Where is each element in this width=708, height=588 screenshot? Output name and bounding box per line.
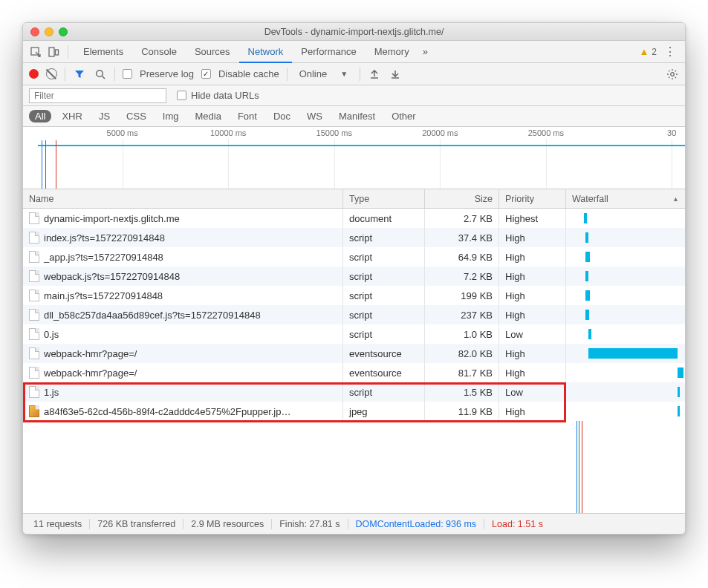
main-tabs: Elements Console Sources Network Perform… [23, 41, 685, 63]
chip-js[interactable]: JS [93, 110, 116, 122]
throttling-select[interactable]: Online ▼ [295, 68, 352, 79]
table-row[interactable]: index.js?ts=1572270914848script37.4 KBHi… [23, 228, 685, 247]
window-close-button[interactable] [30, 27, 39, 36]
timeline-overview[interactable]: 5000 ms10000 ms15000 ms20000 ms25000 ms3… [23, 127, 685, 189]
titlebar: DevTools - dynamic-import-nextjs.glitch.… [23, 23, 685, 41]
table-row[interactable]: 0.jsscript1.0 KBLow [23, 324, 685, 344]
waterfall-bar [588, 348, 678, 359]
file-icon [29, 347, 39, 359]
record-button[interactable] [29, 69, 39, 79]
chip-ws[interactable]: WS [301, 110, 328, 122]
device-toggle-icon[interactable] [47, 45, 60, 59]
request-type: document [343, 209, 425, 228]
request-type: script [343, 267, 425, 286]
status-finish: Finish: 27.81 s [272, 519, 348, 529]
table-row[interactable]: main.js?ts=1572270914848script199 KBHigh [23, 286, 685, 305]
chip-font[interactable]: Font [232, 110, 263, 122]
col-header-priority[interactable]: Priority [499, 189, 566, 208]
preserve-log-label: Preserve log [140, 68, 194, 79]
dropdown-icon: ▼ [340, 70, 348, 78]
network-table: Name Type Size Priority Waterfall ▲ dyna… [23, 189, 685, 513]
import-har-icon[interactable] [368, 68, 381, 81]
tab-sources[interactable]: Sources [186, 41, 239, 62]
filter-toggle-icon[interactable] [73, 68, 86, 81]
request-type: script [343, 305, 425, 324]
filter-input[interactable] [29, 88, 166, 103]
tab-console[interactable]: Console [132, 41, 186, 62]
preserve-log-checkbox[interactable] [123, 69, 132, 79]
request-size: 237 KB [425, 305, 499, 324]
table-row[interactable]: webpack.js?ts=1572270914848script7.2 KBH… [23, 267, 685, 286]
waterfall-bar [678, 387, 680, 397]
col-header-waterfall[interactable]: Waterfall ▲ [566, 189, 685, 208]
chip-other[interactable]: Other [386, 110, 422, 122]
status-dcl: DOMContentLoaded: 936 ms [348, 519, 485, 529]
clear-button[interactable] [46, 68, 57, 79]
chip-css[interactable]: CSS [120, 110, 152, 122]
devtools-window: DevTools - dynamic-import-nextjs.glitch.… [22, 22, 686, 535]
image-file-icon [29, 405, 39, 417]
request-priority: Low [499, 324, 566, 344]
request-type: eventsource [343, 344, 425, 363]
table-row[interactable]: webpack-hmr?page=/eventsource82.0 KBHigh [23, 344, 685, 363]
request-name: 0.js [44, 329, 59, 340]
table-row[interactable]: webpack-hmr?page=/eventsource81.7 KBHigh [23, 363, 685, 382]
request-type: script [343, 247, 425, 267]
dcl-marker [42, 140, 42, 189]
waterfall-bar [588, 329, 591, 339]
first-marker [45, 140, 46, 189]
status-transferred: 726 KB transferred [90, 519, 184, 529]
table-row[interactable]: _app.js?ts=1572270914848script64.9 KBHig… [23, 247, 685, 267]
search-icon[interactable] [94, 68, 107, 81]
chip-doc[interactable]: Doc [267, 110, 296, 122]
request-priority: Highest [499, 209, 566, 228]
tab-memory[interactable]: Memory [366, 41, 418, 62]
col-header-name[interactable]: Name [23, 189, 343, 208]
timeline-tick: 25000 ms [528, 128, 564, 137]
timeline-tick: 30 [667, 128, 676, 137]
table-row[interactable]: dynamic-import-nextjs.glitch.medocument2… [23, 209, 685, 228]
tab-network[interactable]: Network [239, 42, 293, 63]
file-icon [29, 386, 39, 398]
request-size: 64.9 KB [425, 247, 499, 267]
timeline-tick: 15000 ms [316, 128, 352, 137]
window-maximize-button[interactable] [59, 27, 68, 36]
request-type: eventsource [343, 363, 425, 382]
warning-badge[interactable]: ▲ 2 [639, 46, 657, 57]
disable-cache-checkbox[interactable] [201, 69, 211, 79]
request-name: a84f63e5-62cd-456b-89f4-c2adddc4e575%2Fp… [44, 406, 290, 417]
request-name: dynamic-import-nextjs.glitch.me [44, 213, 180, 224]
network-toolbar: Preserve log Disable cache Online ▼ [23, 63, 685, 85]
warning-count: 2 [652, 47, 657, 57]
col-header-type[interactable]: Type [343, 189, 425, 208]
table-row[interactable]: a84f63e5-62cd-456b-89f4-c2adddc4e575%2Fp… [23, 402, 685, 421]
tab-elements[interactable]: Elements [74, 41, 132, 62]
timeline-tick: 5000 ms [107, 128, 138, 137]
chip-manifest[interactable]: Manifest [333, 110, 381, 122]
export-har-icon[interactable] [389, 68, 402, 81]
chip-media[interactable]: Media [189, 110, 227, 122]
chip-all[interactable]: All [29, 110, 51, 122]
settings-menu-button[interactable]: ⋮ [664, 45, 676, 59]
col-header-size[interactable]: Size [425, 189, 499, 208]
waterfall-bar [585, 271, 588, 281]
svg-rect-2 [56, 50, 59, 55]
request-priority: High [499, 267, 566, 286]
status-bar: 11 requests 726 KB transferred 2.9 MB re… [23, 513, 685, 534]
request-priority: High [499, 363, 566, 382]
window-minimize-button[interactable] [45, 27, 53, 36]
request-size: 1.0 KB [425, 324, 499, 344]
request-size: 199 KB [425, 286, 499, 305]
tabs-overflow-button[interactable]: » [418, 41, 432, 62]
network-settings-icon[interactable] [666, 68, 679, 81]
window-title: DevTools - dynamic-import-nextjs.glitch.… [23, 27, 685, 37]
hide-data-urls-checkbox[interactable] [177, 91, 186, 100]
table-row[interactable]: dll_b58c257da4aa56d89cef.js?ts=157227091… [23, 305, 685, 324]
inspect-icon[interactable] [29, 45, 42, 59]
chip-img[interactable]: Img [157, 110, 185, 122]
separator [65, 68, 65, 81]
table-row[interactable]: 1.jsscript1.5 KBLow [23, 382, 685, 402]
waterfall-bar [585, 310, 589, 320]
chip-xhr[interactable]: XHR [56, 110, 88, 122]
tab-performance[interactable]: Performance [292, 41, 365, 62]
